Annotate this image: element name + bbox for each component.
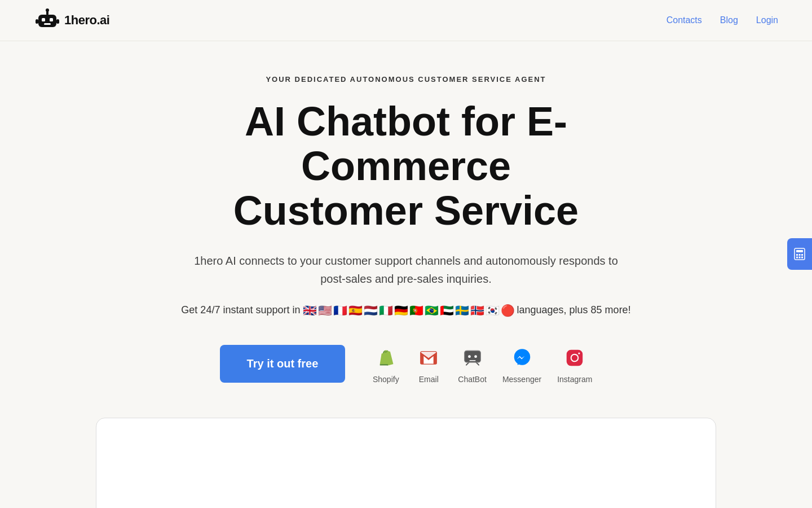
svg-rect-8 — [380, 364, 388, 365]
integration-messenger: Messenger — [502, 344, 541, 384]
svg-rect-17 — [567, 349, 583, 366]
svg-point-13 — [468, 355, 471, 358]
svg-point-5 — [46, 8, 49, 12]
cta-row: Try it out free Shopify — [220, 344, 593, 384]
messenger-icon — [509, 344, 536, 371]
svg-rect-24 — [801, 254, 803, 256]
flag-es: 🇪🇸 — [348, 304, 363, 317]
language-suffix: languages, plus 85 more! — [517, 304, 631, 316]
language-flags: 🇬🇧 🇺🇸 🇫🇷 🇪🇸 🇳🇱 🇮🇹 🇩🇪 🇵🇹 🇧🇷 🇦🇪 🇸🇪 🇳🇴 🇰🇷 🔴 — [303, 304, 515, 317]
language-prefix: Get 24/7 instant support in — [181, 304, 300, 316]
preview-card — [96, 418, 716, 508]
chatbot-icon — [459, 344, 486, 371]
flag-pt: 🇵🇹 — [409, 304, 423, 317]
flag-us: 🇺🇸 — [318, 304, 332, 317]
integration-chatbot: ChatBot — [458, 344, 487, 384]
integration-shopify: Shopify — [372, 344, 399, 384]
flag-red-dot: 🔴 — [501, 304, 515, 317]
flag-se: 🇸🇪 — [455, 304, 469, 317]
integration-icons: Shopify Email — [372, 344, 592, 384]
nav-contacts[interactable]: Contacts — [667, 15, 702, 25]
hero-title: AI Chatbot for E-Commerce Customer Servi… — [152, 99, 660, 234]
flag-kr: 🇰🇷 — [486, 304, 500, 317]
integration-instagram: Instagram — [557, 344, 592, 384]
flag-de: 🇩🇪 — [394, 304, 408, 317]
messenger-label: Messenger — [502, 375, 541, 384]
svg-rect-3 — [44, 23, 51, 25]
svg-rect-21 — [796, 250, 803, 252]
navbar: 1hero.ai Contacts Blog Login — [0, 0, 812, 41]
svg-rect-22 — [796, 254, 798, 256]
svg-rect-26 — [799, 257, 801, 259]
integration-email: Email — [415, 344, 442, 384]
flag-nl: 🇳🇱 — [364, 304, 378, 317]
hero-description: 1hero AI connects to your customer suppo… — [186, 252, 626, 288]
instagram-label: Instagram — [557, 375, 592, 384]
nav-links: Contacts Blog Login — [667, 15, 778, 25]
logo[interactable]: 1hero.ai — [34, 7, 109, 34]
flag-no: 🇳🇴 — [470, 304, 484, 317]
svg-rect-6 — [36, 19, 38, 24]
svg-rect-1 — [42, 18, 45, 21]
instagram-icon — [561, 344, 588, 371]
nav-blog[interactable]: Blog — [720, 15, 738, 25]
svg-rect-25 — [796, 257, 798, 259]
svg-rect-23 — [799, 254, 801, 256]
flag-it: 🇮🇹 — [379, 304, 393, 317]
calculator-icon — [793, 247, 806, 261]
flag-ae: 🇦🇪 — [440, 304, 454, 317]
email-label: Email — [419, 375, 439, 384]
hero-title-line2: Customer Service — [233, 188, 579, 233]
svg-point-19 — [579, 352, 580, 354]
chatbot-label: ChatBot — [458, 375, 487, 384]
nav-login[interactable]: Login — [756, 15, 778, 25]
hero-languages: Get 24/7 instant support in 🇬🇧 🇺🇸 🇫🇷 🇪🇸 … — [181, 304, 630, 317]
svg-rect-27 — [801, 257, 803, 259]
flag-fr: 🇫🇷 — [333, 304, 347, 317]
logo-icon — [34, 7, 61, 34]
svg-point-14 — [474, 355, 477, 358]
try-free-button[interactable]: Try it out free — [220, 345, 346, 383]
logo-text: 1hero.ai — [64, 13, 109, 28]
shopify-label: Shopify — [373, 375, 399, 384]
svg-rect-2 — [50, 18, 53, 21]
flag-gb: 🇬🇧 — [303, 304, 317, 317]
hero-tagline: YOUR DEDICATED AUTONOMOUS CUSTOMER SERVI… — [266, 75, 546, 84]
svg-rect-7 — [56, 19, 59, 24]
hero-section: YOUR DEDICATED AUTONOMOUS CUSTOMER SERVI… — [0, 41, 812, 508]
floating-calculator-button[interactable] — [787, 238, 812, 270]
flag-br: 🇧🇷 — [425, 304, 439, 317]
shopify-icon — [372, 344, 399, 371]
hero-title-line1: AI Chatbot for E-Commerce — [245, 99, 567, 189]
svg-rect-0 — [38, 15, 56, 27]
gmail-icon — [415, 344, 442, 371]
